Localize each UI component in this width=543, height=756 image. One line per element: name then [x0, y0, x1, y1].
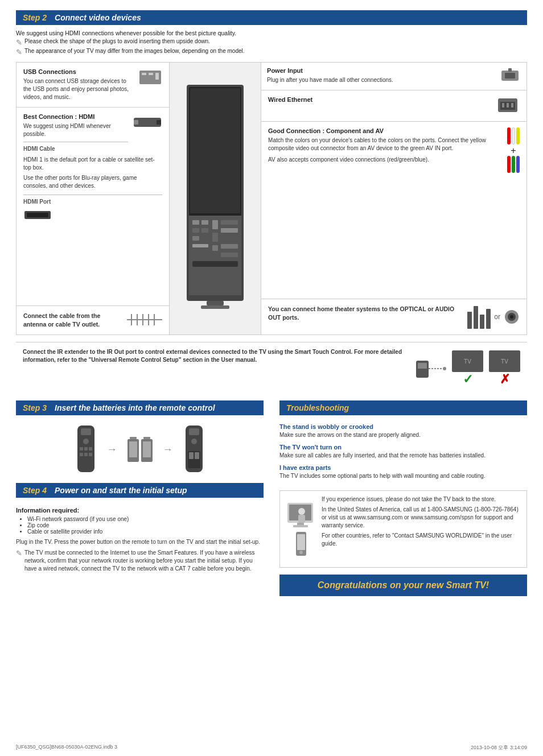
- step2-title: Connect video devices: [55, 13, 141, 22]
- svg-point-72: [191, 439, 197, 444]
- svg-rect-20: [201, 220, 208, 225]
- step4-num: Step 4: [23, 486, 47, 495]
- note2-icon: ✎: [16, 48, 22, 56]
- col-left: USB Connections You can connect USB stor…: [17, 63, 170, 334]
- svg-rect-34: [192, 261, 238, 267]
- col-center: [170, 63, 261, 334]
- steps-left: Step 3 Insert the batteries into the rem…: [16, 400, 272, 596]
- support-box: If you experience issues, please do not …: [279, 490, 527, 568]
- page-footer: [UF6350_QSG]BN68-05030A-02ENG.indb 3 201…: [0, 744, 543, 751]
- comp-green: [512, 156, 515, 173]
- svg-point-77: [298, 508, 305, 515]
- page: Step 2 Connect video devices We suggest …: [0, 0, 543, 756]
- power-icon: [499, 67, 521, 84]
- trouble-desc-2: Make sure all cables are fully inserted,…: [279, 452, 527, 460]
- note1-icon: ✎: [16, 38, 22, 47]
- svg-rect-2: [149, 73, 153, 75]
- svg-point-54: [83, 439, 89, 444]
- svg-rect-1: [142, 73, 146, 75]
- svg-rect-61: [130, 437, 137, 439]
- diagram-area: USB Connections You can connect USB stor…: [16, 62, 527, 335]
- usb-desc: You can connect USB storage devices to t…: [23, 77, 134, 101]
- audio-jack-icon: [504, 309, 520, 325]
- hdmi-cable-icon-area: [133, 113, 162, 133]
- tv-svg: [181, 68, 249, 329]
- ethernet-box: Wired Ethernet: [261, 90, 526, 122]
- step4-note: ✎ The TV must be connected to the Intern…: [16, 549, 264, 573]
- step4-desc: Plug in the TV. Press the power button o…: [16, 538, 264, 546]
- tv-x-group: TV ✗: [489, 350, 520, 387]
- tv-check-group: TV ✓: [452, 350, 483, 387]
- step4-header: Step 4 Power on and start the initial se…: [16, 483, 264, 498]
- svg-rect-57: [89, 447, 92, 451]
- svg-rect-69: [189, 452, 194, 459]
- battery-section: →: [16, 420, 264, 477]
- svg-rect-60: [89, 453, 92, 456]
- svg-rect-71: [189, 428, 199, 435]
- info-item-3: Cable or satellite provider info: [27, 528, 264, 535]
- congrats-bar: Congratulations on your new Smart TV!: [279, 575, 527, 596]
- trouble-desc-1: Make sure the arrows on the stand are pr…: [279, 431, 527, 439]
- info-item-2: Zip code: [27, 522, 264, 528]
- step2-header: Step 2 Connect video devices: [16, 10, 527, 25]
- optical-box: You can connect home theater systems to …: [261, 299, 526, 334]
- arrow2: →: [163, 444, 173, 456]
- ethernet-icon-area: [496, 96, 520, 115]
- av-cable-yellow: [516, 127, 520, 144]
- ir-desc: Connect the IR extender to the IR Out po…: [23, 348, 409, 364]
- svg-rect-26: [212, 220, 218, 229]
- component-box: Good Connection : Component and AV Match…: [261, 122, 526, 299]
- hdmi-cable-icon: [133, 113, 162, 131]
- svg-rect-35: [207, 301, 224, 305]
- support-desc1: If you experience issues, please do not …: [322, 495, 522, 503]
- ir-section: Connect the IR extender to the IR Out po…: [16, 342, 527, 393]
- av-cable-white: [512, 127, 515, 144]
- component-desc: Match the colors on your device's cables…: [268, 137, 498, 152]
- svg-rect-27: [212, 233, 218, 242]
- svg-rect-23: [192, 236, 199, 241]
- usb-title: USB Connections: [23, 68, 134, 75]
- svg-rect-30: [221, 228, 238, 233]
- support-desc3: For other countries, refer to "Contact S…: [322, 532, 522, 548]
- hdmi-desc3: Use the other ports for Blu-ray players,…: [23, 174, 162, 190]
- support-text-area: If you experience issues, please do not …: [322, 495, 522, 563]
- remote-icon: [75, 425, 97, 474]
- trouble-title-2: The TV won't turn on: [279, 444, 527, 451]
- battery2-icon: [141, 437, 153, 462]
- svg-rect-44: [511, 103, 513, 108]
- trouble-items: The stand is wobbly or crooked Make sure…: [279, 420, 527, 488]
- hdmi-desc1: We suggest using HDMI whenever possible.: [23, 122, 128, 138]
- svg-rect-6: [157, 120, 161, 125]
- ethernet-icon: [496, 96, 520, 114]
- svg-rect-58: [80, 453, 83, 456]
- power-title: Power Input: [267, 67, 393, 74]
- av-cables-component: [507, 156, 520, 173]
- support-images: [285, 500, 316, 558]
- svg-rect-53: [81, 428, 91, 435]
- optical-icon-area: or: [467, 305, 520, 329]
- svg-rect-56: [84, 447, 88, 451]
- trouble-title-1: The stand is wobbly or crooked: [279, 423, 527, 430]
- svg-point-51: [443, 367, 446, 370]
- usb-box: USB Connections You can connect USB stor…: [17, 63, 169, 108]
- svg-rect-21: [192, 228, 199, 233]
- plus-sign: +: [507, 146, 520, 156]
- ir-device-icon: [415, 356, 446, 382]
- tv-graphic: [170, 63, 261, 334]
- hdmi-port-icon: [23, 209, 52, 221]
- ir-icons-area: TV ✓ TV ✗: [415, 350, 520, 387]
- power-icon-area: [499, 67, 521, 85]
- svg-rect-31: [221, 236, 238, 241]
- footer-right: 2013-10-08 오후 3:14:09: [471, 744, 527, 751]
- svg-rect-76: [293, 525, 308, 527]
- component-title: Good Connection : Component and AV: [268, 127, 498, 134]
- step2-note2: ✎ The appearance of your TV may differ f…: [16, 48, 527, 56]
- trouble-desc-3: The TV includes some optional parts to h…: [279, 472, 527, 480]
- usb-icon: [138, 68, 162, 86]
- step4-content: Information required: Wi-Fi network pass…: [16, 502, 264, 573]
- optical-bars: [467, 305, 491, 329]
- footer-left: [UF6350_QSG]BN68-05030A-02ENG.indb 3: [16, 744, 117, 751]
- hdmi-port-label: HDMI Port: [23, 199, 162, 205]
- trouble-title-3: I have extra parts: [279, 464, 527, 471]
- svg-rect-33: [221, 253, 238, 257]
